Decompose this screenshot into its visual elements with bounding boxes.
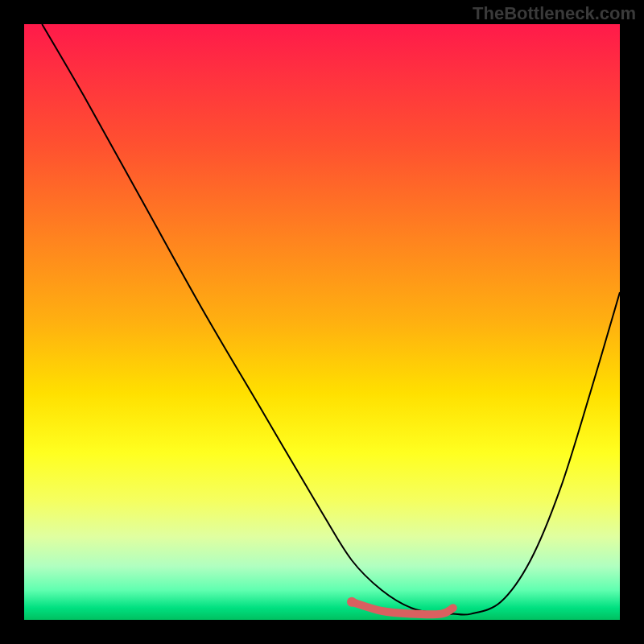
bottleneck-curve-svg xyxy=(24,24,620,620)
chart-plot-area xyxy=(24,24,620,620)
curve-path xyxy=(42,24,620,615)
watermark-text: TheBottleneck.com xyxy=(473,3,636,24)
highlight-start-dot xyxy=(347,597,357,607)
